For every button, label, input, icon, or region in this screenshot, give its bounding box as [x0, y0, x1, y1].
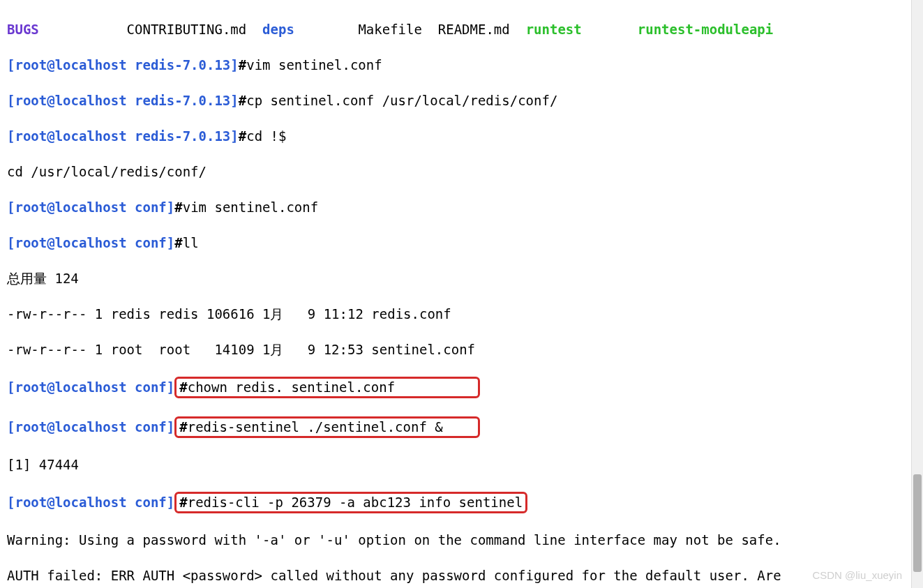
warning-line-1: Warning: Using a password with '-a' or '…: [7, 532, 916, 550]
highlight-chown: #chown redis. sentinel.conf: [174, 377, 479, 399]
highlight-redis-cli: #redis-cli -p 26379 -a abc123 info senti…: [174, 492, 527, 514]
exec-runtest-moduleapi: runtest-moduleapi: [638, 22, 773, 37]
exec-runtest: runtest: [526, 22, 582, 37]
vertical-scrollbar[interactable]: [911, 0, 923, 588]
warning-line-2: AUTH failed: ERR AUTH <password> called …: [7, 567, 916, 585]
prompt-line-8: [root@localhost conf]#redis-cli -p 26379…: [7, 492, 916, 514]
file-bugs: BUGS: [7, 22, 39, 37]
prompt-line-3: [root@localhost redis-7.0.13]#cd !$: [7, 128, 916, 146]
terminal-output[interactable]: BUGS CONTRIBUTING.md deps Makefile READM…: [0, 0, 923, 588]
file-contributing: CONTRIBUTING.md: [127, 22, 247, 37]
prompt-line-1: [root@localhost redis-7.0.13]#vim sentin…: [7, 56, 916, 75]
job-id: [1] 47444: [7, 456, 916, 474]
cd-expansion: cd /usr/local/redis/conf/: [7, 163, 916, 181]
scrollbar-thumb[interactable]: [913, 474, 922, 572]
ll-row-2: -rw-r--r-- 1 root root 14109 1月 9 12:53 …: [7, 341, 916, 359]
file-makefile: Makefile: [358, 22, 422, 37]
prompt-line-7: [root@localhost conf]#redis-sentinel ./s…: [7, 416, 916, 439]
prompt-line-4: [root@localhost conf]#vim sentinel.conf: [7, 199, 916, 217]
file-readme: README.md: [438, 22, 510, 37]
highlight-sentinel-start: #redis-sentinel ./sentinel.conf &: [174, 416, 479, 439]
prompt-line-2: [root@localhost redis-7.0.13]#cp sentine…: [7, 92, 916, 110]
prompt-line-6: [root@localhost conf]#chown redis. senti…: [7, 377, 916, 399]
csdn-watermark: CSDN @liu_xueyin: [812, 566, 902, 585]
ls-header: BUGS CONTRIBUTING.md deps Makefile READM…: [7, 21, 916, 39]
ll-total: 总用量 124: [7, 270, 916, 288]
prompt-line-5: [root@localhost conf]#ll: [7, 234, 916, 252]
dir-deps: deps: [262, 22, 294, 37]
ll-row-1: -rw-r--r-- 1 redis redis 106616 1月 9 11:…: [7, 306, 916, 324]
